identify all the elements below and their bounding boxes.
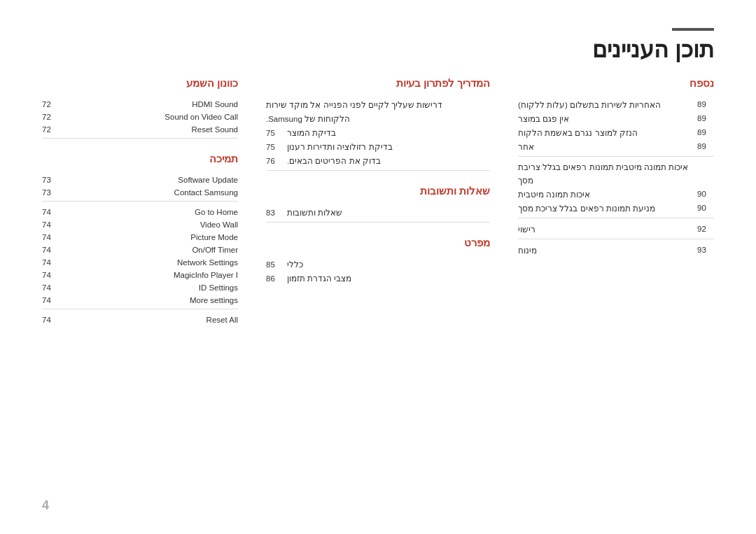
table-row: בדיקת המוצר 75 [266, 126, 490, 140]
table-row: מצבי הגדרת תזמון 86 [266, 272, 490, 286]
table-row: מסך [518, 174, 714, 188]
page: תוכן העניינים כוונון השמע HDMI Sound 72 … [0, 0, 756, 534]
table-row: Reset Sound 72 [42, 123, 238, 139]
section-title-sound: כוונון השמע [42, 77, 238, 90]
troubleshoot-rows: דרישות שעליך לקיים לפני הפנייה אל מוקד ש… [266, 98, 490, 171]
section-title-support: תמיכה [42, 153, 238, 165]
section-title-spec: מפרט [266, 237, 490, 249]
table-row: Go to Home 74 [42, 206, 238, 218]
table-row: Software Update 73 [42, 174, 238, 186]
table-row: הלקוחות של Samsung. [266, 112, 490, 126]
table-row: אין פגם במוצר 89 [518, 112, 714, 126]
title-bar [672, 28, 714, 31]
table-row: Picture Mode 74 [42, 231, 238, 244]
section-title-troubleshoot: המדריך לפתרון בעיות [266, 77, 490, 90]
col-sound-support: כוונון השמע HDMI Sound 72 Sound on Video… [42, 77, 238, 326]
table-row: שאלות ותשובות 83 [266, 206, 490, 223]
table-row: מניעת תמונות רפאים בגלל צריכת מסך 90 [518, 202, 714, 218]
toc-columns: כוונון השמע HDMI Sound 72 Sound on Video… [42, 77, 714, 326]
table-row: כללי 85 [266, 258, 490, 272]
table-row: More settings 74 [42, 294, 238, 309]
appendix-rows: האחריות לשירות בתשלום (עלות ללקוח) 89 אי… [518, 98, 714, 258]
page-number: 4 [42, 498, 49, 513]
table-row: איכות תמונה מיטבית 90 [518, 188, 714, 202]
table-row: רישוי 92 [518, 223, 714, 239]
table-row: בדוק את הפריטים הבאים. 76 [266, 154, 490, 171]
table-row: Contact Samsung 73 [42, 186, 238, 202]
table-row: מינוח 93 [518, 244, 714, 258]
sound-rows: HDMI Sound 72 Sound on Video Call 72 Res… [42, 98, 238, 139]
table-row: Network Settings 74 [42, 256, 238, 269]
table-row: Reset All 74 [42, 314, 238, 326]
section-title-qa: שאלות ותשובות [266, 185, 490, 197]
table-row: בדיקת רזולוציה ותדירות רענון 75 [266, 140, 490, 154]
table-row: האחריות לשירות בתשלום (עלות ללקוח) 89 [518, 98, 714, 112]
table-row: HDMI Sound 72 [42, 98, 238, 111]
table-row: איכות תמונה מיטבית תמונות רפאים בגלל צרי… [518, 161, 714, 174]
table-row: Video Wall 74 [42, 218, 238, 231]
section-title-appendix: נספח [518, 77, 714, 90]
table-row: דרישות שעליך לקיים לפני הפנייה אל מוקד ש… [266, 98, 490, 112]
support-rows: Software Update 73 Contact Samsung 73 Go… [42, 174, 238, 326]
table-row: הנזק למוצר נגרם באשמת הלקוח 89 [518, 126, 714, 140]
title-block: תוכן העניינים [592, 28, 714, 63]
table-row: Sound on Video Call 72 [42, 111, 238, 123]
table-row: אחר 89 [518, 140, 714, 157]
col-appendix: נספח האחריות לשירות בתשלום (עלות ללקוח) … [518, 77, 714, 326]
table-row: On/Off Timer 74 [42, 244, 238, 256]
table-row: ID Settings 74 [42, 281, 238, 294]
col-troubleshoot: המדריך לפתרון בעיות דרישות שעליך לקיים ל… [266, 77, 490, 326]
table-row: MagicInfo Player I 74 [42, 269, 238, 281]
page-title: תוכן העניינים [592, 36, 714, 63]
